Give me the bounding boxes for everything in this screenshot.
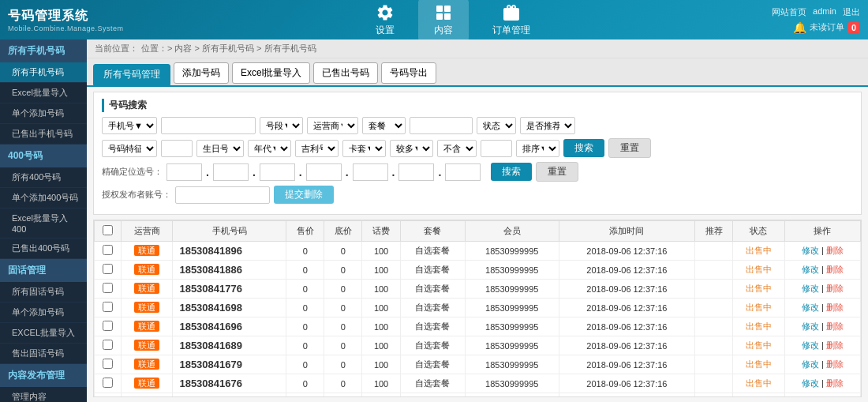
special-select[interactable]: 号码特征▼ (102, 140, 157, 157)
th-action: 操作 (784, 221, 860, 242)
not-include-input[interactable] (481, 140, 512, 157)
edit-link[interactable]: 修改 (802, 265, 819, 274)
action-bar: 所有号码管理 添加号码 Excel批量导入 已售出号码 号码导出 (87, 58, 868, 87)
sort-select[interactable]: 排序▼ (516, 140, 559, 157)
edit-link[interactable]: 修改 (802, 302, 819, 312)
logout-link[interactable]: 退出 (843, 6, 860, 18)
sidebar-section-400[interactable]: 400号码 (0, 145, 87, 167)
delete-link[interactable]: 删除 (826, 359, 844, 369)
card-select[interactable]: 卡套▼ (342, 140, 386, 157)
sidebar-item-sold-landline[interactable]: 售出固话号码 (0, 344, 87, 364)
sidebar-item-excel-400[interactable]: Excel批量导入400 (0, 209, 87, 239)
sidebar-item-sold-mobile[interactable]: 已售出手机号码 (0, 124, 87, 145)
row-fee: 100 (362, 374, 400, 393)
sidebar-item-add-single[interactable]: 单个添加号码 (0, 103, 87, 124)
row-base-price: 0 (324, 299, 362, 317)
sidebar-item-all-400[interactable]: 所有400号码 (0, 167, 87, 188)
row-checkbox[interactable] (95, 355, 122, 374)
precise-search-button[interactable]: 搜索 (491, 163, 532, 181)
tab-add-number[interactable]: 添加号码 (174, 62, 229, 84)
row-checkbox[interactable] (95, 299, 122, 317)
tab-excel-import[interactable]: Excel批量导入 (232, 62, 310, 84)
ip-seg-4[interactable] (306, 163, 342, 181)
row-base-price: 0 (324, 280, 362, 299)
delete-link[interactable]: 删除 (826, 284, 844, 293)
sidebar-section-mobile[interactable]: 所有手机号码 (0, 39, 87, 62)
row-checkbox[interactable] (95, 393, 122, 398)
delete-link[interactable]: 删除 (826, 265, 844, 274)
auspicious-select[interactable]: 吉利号▼ (295, 140, 339, 157)
row-sale-price: 0 (286, 242, 324, 261)
status-select[interactable]: 状态▼ (477, 117, 516, 134)
sidebar-section-content[interactable]: 内容发布管理 (0, 364, 87, 387)
edit-link[interactable]: 修改 (802, 284, 819, 293)
special-input[interactable] (161, 140, 193, 157)
delete-link[interactable]: 删除 (826, 340, 844, 350)
row-checkbox[interactable] (95, 242, 122, 261)
tab-export[interactable]: 号码导出 (381, 62, 436, 84)
ip-seg-6[interactable] (398, 163, 434, 181)
unread-orders[interactable]: 🔔 未读订单 0 (793, 21, 860, 34)
not-include-select[interactable]: 不含▼ (437, 140, 477, 157)
ip-seg-2[interactable] (213, 163, 249, 181)
number-segment-select[interactable]: 号段▼ (260, 117, 303, 134)
sidebar-item-sold-400[interactable]: 已售出400号码 (0, 239, 87, 259)
search-button[interactable]: 搜索 (563, 139, 604, 157)
tab-all-numbers[interactable]: 所有号码管理 (93, 64, 170, 85)
ip-seg-7[interactable] (445, 163, 481, 181)
sidebar-item-add-400[interactable]: 单个添加400号码 (0, 188, 87, 209)
sidebar-item-all-landline[interactable]: 所有固话号码 (0, 282, 87, 302)
row-checkbox[interactable] (95, 374, 122, 393)
package-select[interactable]: 套餐 (362, 117, 406, 134)
tab-sold-numbers[interactable]: 已售出号码 (313, 62, 378, 84)
year-select[interactable]: 年代▼ (248, 140, 291, 157)
row-base-price: 0 (324, 336, 362, 355)
edit-link[interactable]: 修改 (802, 246, 819, 255)
delete-link[interactable]: 删除 (826, 302, 844, 312)
delete-link[interactable]: 删除 (826, 246, 844, 255)
edit-link[interactable]: 修改 (802, 340, 819, 350)
website-link[interactable]: 网站首页 (772, 6, 806, 18)
nav-item-settings[interactable]: 设置 (360, 0, 410, 41)
row-member: 18530999995 (465, 242, 559, 261)
operator-select[interactable]: 运营商▼ (307, 117, 358, 134)
precise-reset-button[interactable]: 重置 (536, 162, 578, 182)
more-select[interactable]: 较多▼ (390, 140, 433, 157)
phone-field-select[interactable]: 手机号▼ (102, 117, 157, 134)
phone-input[interactable] (161, 117, 256, 134)
th-base-price: 底价 (324, 221, 362, 242)
delete-link[interactable]: 删除 (826, 321, 844, 331)
edit-link[interactable]: 修改 (802, 359, 819, 369)
sidebar-item-excel-landline[interactable]: EXCEL批量导入 (0, 323, 87, 344)
delete-link[interactable]: 删除 (826, 378, 844, 388)
reset-button[interactable]: 重置 (608, 138, 651, 158)
sidebar-item-manage-content[interactable]: 管理内容 (0, 387, 87, 402)
row-checkbox[interactable] (95, 317, 122, 336)
edit-link[interactable]: 修改 (802, 321, 819, 331)
nav-item-content[interactable]: 内容 (418, 0, 469, 41)
select-all-checkbox[interactable] (103, 225, 113, 235)
sidebar-section-landline[interactable]: 固话管理 (0, 259, 87, 282)
submit-delete-button[interactable]: 提交删除 (274, 186, 334, 204)
row-phone: 18530841689 (173, 336, 286, 355)
sidebar-item-add-landline[interactable]: 单个添加号码 (0, 302, 87, 323)
edit-link[interactable]: 修改 (802, 378, 819, 388)
operator-badge: 联通 (134, 264, 159, 275)
row-checkbox[interactable] (95, 280, 122, 299)
sidebar-item-all-mobile[interactable]: 所有手机号码 (0, 62, 87, 83)
nav-item-order[interactable]: 订单管理 (477, 0, 546, 41)
ip-seg-3[interactable] (260, 163, 295, 181)
table-row: 联通 18530841896 0 0 100 自选套餐 18530999995 … (95, 242, 861, 261)
row-fee: 100 (362, 261, 400, 280)
sidebar-item-excel-import[interactable]: Excel批量导入 (0, 83, 87, 103)
birthday-select[interactable]: 生日号▼ (196, 140, 244, 157)
package-input[interactable] (410, 117, 473, 134)
ip-seg-5[interactable] (353, 163, 388, 181)
row-fee: 100 (362, 393, 400, 398)
publisher-input[interactable] (175, 186, 270, 204)
row-member: 18530999995 (465, 355, 559, 374)
row-checkbox[interactable] (95, 261, 122, 280)
ip-seg-1[interactable] (166, 163, 202, 181)
recommend-select[interactable]: 是否推荐▼ (520, 117, 575, 134)
row-checkbox[interactable] (95, 336, 122, 355)
